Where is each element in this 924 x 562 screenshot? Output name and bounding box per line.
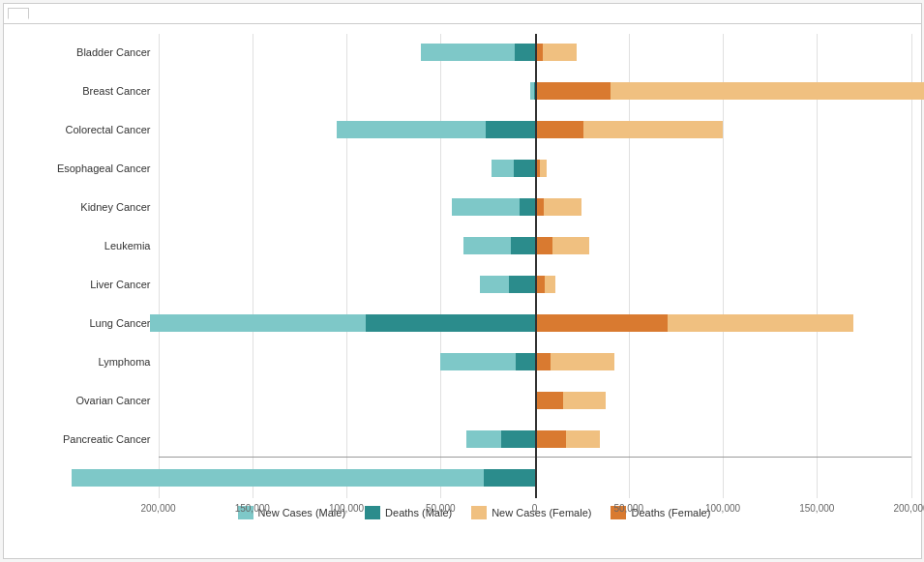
bar-male-new-cases	[463, 237, 511, 254]
x-tick: 100,000	[705, 503, 740, 514]
bar-label: Breast Cancer	[38, 85, 159, 97]
bar-male-new-cases	[492, 160, 514, 177]
bar-row: Esophageal Cancer	[38, 150, 911, 187]
bars-section: Bladder CancerBreast CancerColorectal Ca…	[38, 34, 911, 498]
bar-female-new-cases	[552, 237, 589, 254]
bar-female-deaths	[535, 392, 564, 409]
bar-female-new-cases	[543, 44, 577, 61]
plot-area: Bladder CancerBreast CancerColorectal Ca…	[38, 34, 911, 487]
bar-female-deaths	[535, 237, 552, 254]
bar-row: Lung Cancer	[38, 305, 911, 341]
x-tick: 50,000	[426, 503, 456, 514]
bar-female-new-cases	[551, 353, 614, 370]
chart-container: Bladder CancerBreast CancerColorectal Ca…	[3, 3, 922, 559]
bar-female-deaths	[535, 430, 566, 448]
bar-label: Pancreatic Cancer	[38, 433, 159, 445]
bar-label: Colorectal Cancer	[38, 124, 159, 135]
bar-row: Kidney Cancer	[38, 189, 911, 225]
bar-female-new-cases	[566, 430, 601, 448]
bar-row: Liver Cancer	[38, 266, 911, 303]
bar-male-deaths	[486, 121, 535, 138]
bar-label: Liver Cancer	[38, 279, 159, 290]
bar-male-new-cases	[480, 276, 509, 293]
chart-area: Bladder CancerBreast CancerColorectal Ca…	[4, 24, 921, 545]
x-tick: 50,000	[613, 503, 643, 514]
bar-label: Esophageal Cancer	[38, 163, 159, 174]
bar-female-new-cases	[563, 392, 606, 409]
chart-title	[8, 8, 29, 19]
grid-line	[911, 34, 912, 498]
legend-swatch	[365, 506, 380, 519]
bar-male-deaths	[509, 276, 535, 293]
x-tick: 200,000	[140, 503, 175, 514]
bar-male-deaths	[514, 160, 534, 177]
bar-female-new-cases	[668, 314, 853, 332]
bar-male-deaths	[366, 314, 534, 332]
bar-row: Pancreatic Cancer	[38, 421, 911, 458]
bar-row: Prostate Cancer	[38, 459, 911, 496]
bar-female-deaths	[535, 121, 584, 138]
bar-label: Bladder Cancer	[38, 46, 159, 58]
bar-row: Ovarian Cancer	[38, 382, 911, 419]
bar-male-new-cases	[466, 430, 502, 448]
bar-male-deaths	[511, 237, 534, 254]
bar-male-deaths	[515, 44, 534, 61]
bar-label: Kidney Cancer	[38, 201, 159, 213]
bar-male-new-cases	[421, 44, 515, 61]
bar-female-deaths	[535, 353, 551, 370]
bar-label: Lung Cancer	[38, 317, 159, 329]
y-axis-label	[14, 34, 33, 487]
bar-male-new-cases	[150, 314, 366, 332]
bar-female-new-cases	[583, 121, 723, 138]
bar-row: Bladder Cancer	[38, 34, 911, 71]
bar-male-new-cases	[72, 469, 484, 487]
bar-male-new-cases	[440, 353, 516, 370]
bar-female-new-cases	[540, 160, 546, 177]
bar-female-new-cases	[545, 276, 555, 293]
bar-female-new-cases	[544, 198, 581, 216]
x-tick: 0	[532, 503, 538, 514]
legend-label: New Cases (Female)	[492, 507, 591, 518]
bar-male-new-cases	[337, 121, 486, 138]
x-tick: 100,000	[329, 503, 364, 514]
bar-female-deaths	[535, 82, 611, 100]
bar-row: Lymphoma	[38, 343, 911, 380]
zero-line	[535, 34, 537, 498]
x-tick: 150,000	[235, 503, 270, 514]
bar-male-deaths	[501, 430, 534, 448]
bar-male-deaths	[484, 469, 535, 487]
bar-male-deaths	[516, 353, 534, 370]
x-tick: 200,000	[893, 503, 924, 514]
bar-row: Colorectal Cancer	[38, 111, 911, 148]
bar-row: Breast Cancer	[38, 73, 911, 109]
legend-swatch	[471, 506, 487, 519]
bar-row: Leukemia	[38, 227, 911, 264]
bar-male-new-cases	[452, 198, 520, 216]
bar-label: Lymphoma	[38, 356, 159, 368]
bar-label: Leukemia	[38, 240, 159, 251]
bar-female-deaths	[535, 314, 669, 332]
bar-male-deaths	[520, 198, 535, 216]
bar-female-new-cases	[611, 82, 924, 100]
bar-label: Ovarian Cancer	[38, 395, 159, 406]
x-tick: 150,000	[799, 503, 834, 514]
